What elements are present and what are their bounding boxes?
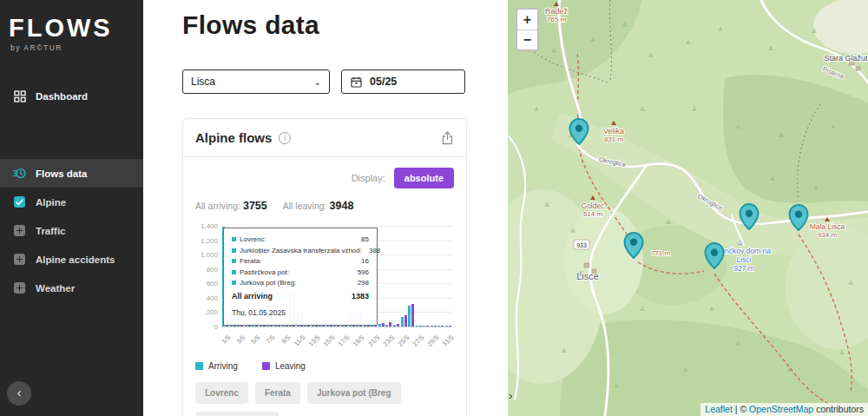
leaflet-link[interactable]: Leaflet xyxy=(705,404,733,414)
display-mode-button[interactable]: absolute xyxy=(394,168,454,188)
bar-group-7-5 xyxy=(266,326,273,327)
sidebar-item-flows-data[interactable]: Flows data xyxy=(0,159,143,188)
location-select-value: Lisca xyxy=(191,76,215,88)
leaving-bar xyxy=(270,326,273,327)
leaving-bar xyxy=(419,326,422,327)
bullet-icon xyxy=(232,281,236,285)
card-body: Display: absolute All arriving:3755 All … xyxy=(183,157,466,416)
x-axis-tick: 23/5 xyxy=(381,333,396,348)
legend-arriving[interactable]: Arriving xyxy=(195,361,238,371)
sidebar-item-label: Alpine xyxy=(36,197,66,208)
date-input-value: 05/25 xyxy=(370,76,397,88)
sidebar-nav: Dashboard Flows data Alpine Traffic Alpi… xyxy=(0,82,143,302)
bar-group-31-5 xyxy=(445,326,451,327)
panel-expand-arrow[interactable] xyxy=(509,389,512,402)
map-label: Lisce xyxy=(576,271,599,281)
map-zoom-control: + − xyxy=(516,8,539,51)
map-label: 771 m xyxy=(651,249,671,257)
arriving-bar xyxy=(401,317,404,327)
leaflet-map[interactable]: 933 Radež765 mStara GlažutaPisarnaVelika… xyxy=(508,0,868,416)
map-label: 927 m xyxy=(733,264,754,273)
x-axis-tick: 27/5 xyxy=(411,333,426,348)
zoom-in-button[interactable]: + xyxy=(517,10,537,30)
sidebar-item-alpine-accidents[interactable]: Alpine accidents xyxy=(0,245,143,274)
x-axis-tick: 1/5 xyxy=(220,333,233,346)
x-axis-tick: 3/5 xyxy=(235,333,247,346)
map-label: Tončkov dom na xyxy=(717,247,771,255)
chart-legend: Arriving Leaving xyxy=(195,361,454,371)
all-leaving-value: 3948 xyxy=(330,200,354,212)
bar-group-26-5 xyxy=(408,304,414,327)
map-label: Goldec xyxy=(582,201,606,210)
map-attribution: Leaflet | © OpenStreetMap contributors xyxy=(700,403,868,416)
chip-pastirckova-pot[interactable]: Pastirčkova pot xyxy=(195,412,279,416)
sidebar-item-label: Traffic xyxy=(36,226,66,236)
x-axis-tick: 21/5 xyxy=(366,333,381,348)
osm-link[interactable]: OpenStreetMap xyxy=(749,404,813,414)
x-axis-tick: 31/5 xyxy=(441,333,456,348)
leaving-swatch-icon xyxy=(262,362,270,370)
grid-icon xyxy=(13,89,26,102)
filters-row: Lisca 05/25 xyxy=(182,69,508,94)
chip-lovrenc[interactable]: Lovrenc xyxy=(195,382,248,404)
location-select[interactable]: Lisca xyxy=(182,69,330,94)
sidebar-item-weather[interactable]: Weather xyxy=(0,274,143,302)
map-label: Stara Glažuta xyxy=(824,54,868,63)
all-arriving-stat: All arriving:3755 xyxy=(195,200,267,212)
card-header: Alpine flows xyxy=(183,119,466,157)
main-content: Flows data Lisca 05/25 Alpine flows Disp… xyxy=(143,0,508,416)
x-axis-tick: 13/5 xyxy=(307,333,322,348)
map-label: Mala Lisca xyxy=(810,222,845,231)
sidebar-item-label: Weather xyxy=(36,283,75,294)
y-axis-tick: 1.000 xyxy=(195,251,218,259)
sidebar-item-traffic[interactable]: Traffic xyxy=(0,216,143,245)
all-arriving-value: 3755 xyxy=(243,200,267,212)
leaving-bar xyxy=(389,322,391,327)
arriving-bar xyxy=(378,324,381,327)
x-axis-tick: 7/5 xyxy=(265,333,277,346)
arriving-bar xyxy=(282,326,285,327)
bullet-icon xyxy=(232,248,236,253)
sidebar-item-alpine[interactable]: Alpine xyxy=(0,188,143,216)
map-canvas[interactable]: 933 Radež765 mStara GlažutaPisarnaVelika… xyxy=(508,0,868,416)
plus-box-icon xyxy=(13,224,26,237)
map-label: 934 m xyxy=(818,231,838,239)
date-input[interactable]: 05/25 xyxy=(341,69,465,94)
info-icon[interactable] xyxy=(279,132,291,144)
display-label: Display: xyxy=(352,173,385,183)
arriving-bar xyxy=(252,326,254,327)
sidebar: FLOWS by AR©TUR Dashboard Flows data Alp… xyxy=(0,0,143,416)
sidebar-collapse-button[interactable] xyxy=(7,381,31,406)
bullet-icon xyxy=(232,259,236,263)
arriving-bar xyxy=(445,326,448,327)
y-axis-tick: 1.200 xyxy=(195,237,218,245)
arriving-swatch-icon xyxy=(195,362,203,370)
bullet-icon xyxy=(232,270,236,274)
page-title: Flows data xyxy=(182,10,508,40)
trail-filter-chips: Lovrenc Ferata Jurkova pot (Breg Pastirč… xyxy=(195,382,454,416)
alpine-flows-card: Alpine flows Display: absolute All arriv… xyxy=(182,118,467,416)
chip-jurkova-pot[interactable]: Jurkova pot (Breg xyxy=(307,382,401,404)
arriving-bar xyxy=(408,306,411,327)
sidebar-item-label: Flows data xyxy=(36,168,87,179)
export-icon[interactable] xyxy=(441,131,454,145)
totals-row: All arriving:3755 All leaving:3948 xyxy=(195,200,454,212)
legend-leaving[interactable]: Leaving xyxy=(262,361,306,371)
leaving-bar xyxy=(426,326,429,327)
arriving-bar xyxy=(431,326,433,327)
arriving-bar xyxy=(423,326,425,327)
sidebar-item-dashboard[interactable]: Dashboard xyxy=(0,82,143,110)
chart-tooltip: Lovrenc:85 Jurklošter Zasavska transferz… xyxy=(223,228,378,326)
y-axis-tick: 200 xyxy=(195,308,218,316)
zoom-out-button[interactable]: − xyxy=(517,30,537,50)
x-axis-tick: 19/5 xyxy=(352,333,366,348)
x-axis-tick: 17/5 xyxy=(337,333,352,348)
bar-group-25-5 xyxy=(401,315,407,327)
arriving-bar xyxy=(437,326,440,327)
chip-ferata[interactable]: Ferata xyxy=(255,382,300,404)
leaving-bar xyxy=(397,324,399,327)
chevron-down-icon xyxy=(314,77,321,87)
bar-group-23-5 xyxy=(385,322,391,327)
x-axis-tick: 29/5 xyxy=(426,333,441,348)
leaving-bar xyxy=(411,304,414,327)
